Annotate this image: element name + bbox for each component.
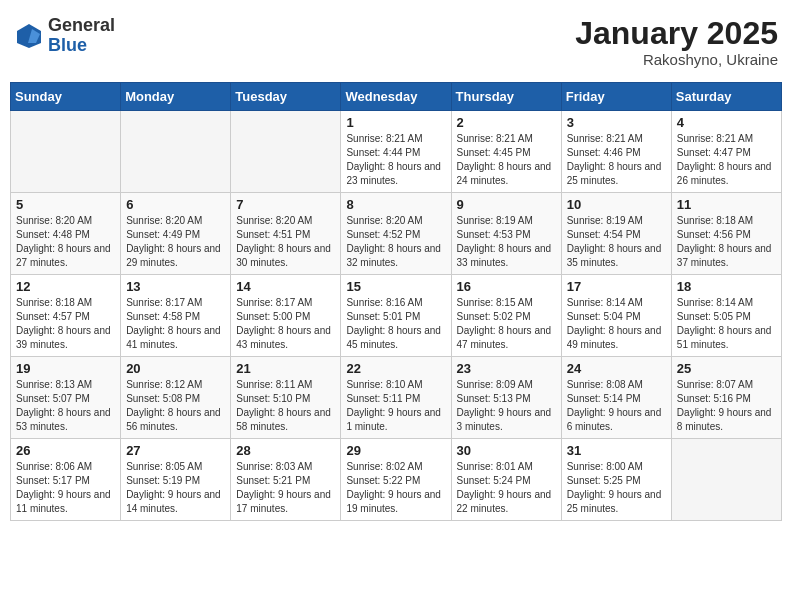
week-row-2: 5Sunrise: 8:20 AM Sunset: 4:48 PM Daylig… bbox=[11, 193, 782, 275]
day-cell: 31Sunrise: 8:00 AM Sunset: 5:25 PM Dayli… bbox=[561, 439, 671, 521]
day-info: Sunrise: 8:10 AM Sunset: 5:11 PM Dayligh… bbox=[346, 378, 445, 434]
weekday-header-wednesday: Wednesday bbox=[341, 83, 451, 111]
day-number: 14 bbox=[236, 279, 335, 294]
day-number: 9 bbox=[457, 197, 556, 212]
day-info: Sunrise: 8:17 AM Sunset: 5:00 PM Dayligh… bbox=[236, 296, 335, 352]
logo-blue-text: Blue bbox=[48, 36, 115, 56]
day-info: Sunrise: 8:15 AM Sunset: 5:02 PM Dayligh… bbox=[457, 296, 556, 352]
day-number: 10 bbox=[567, 197, 666, 212]
day-cell: 27Sunrise: 8:05 AM Sunset: 5:19 PM Dayli… bbox=[121, 439, 231, 521]
day-cell: 3Sunrise: 8:21 AM Sunset: 4:46 PM Daylig… bbox=[561, 111, 671, 193]
day-cell bbox=[11, 111, 121, 193]
day-number: 6 bbox=[126, 197, 225, 212]
day-info: Sunrise: 8:08 AM Sunset: 5:14 PM Dayligh… bbox=[567, 378, 666, 434]
day-cell: 14Sunrise: 8:17 AM Sunset: 5:00 PM Dayli… bbox=[231, 275, 341, 357]
day-cell: 18Sunrise: 8:14 AM Sunset: 5:05 PM Dayli… bbox=[671, 275, 781, 357]
day-number: 1 bbox=[346, 115, 445, 130]
day-cell: 29Sunrise: 8:02 AM Sunset: 5:22 PM Dayli… bbox=[341, 439, 451, 521]
week-row-4: 19Sunrise: 8:13 AM Sunset: 5:07 PM Dayli… bbox=[11, 357, 782, 439]
day-number: 8 bbox=[346, 197, 445, 212]
day-cell: 2Sunrise: 8:21 AM Sunset: 4:45 PM Daylig… bbox=[451, 111, 561, 193]
day-info: Sunrise: 8:11 AM Sunset: 5:10 PM Dayligh… bbox=[236, 378, 335, 434]
day-number: 17 bbox=[567, 279, 666, 294]
day-number: 28 bbox=[236, 443, 335, 458]
day-cell: 24Sunrise: 8:08 AM Sunset: 5:14 PM Dayli… bbox=[561, 357, 671, 439]
day-cell: 13Sunrise: 8:17 AM Sunset: 4:58 PM Dayli… bbox=[121, 275, 231, 357]
weekday-header-friday: Friday bbox=[561, 83, 671, 111]
day-info: Sunrise: 8:05 AM Sunset: 5:19 PM Dayligh… bbox=[126, 460, 225, 516]
day-info: Sunrise: 8:13 AM Sunset: 5:07 PM Dayligh… bbox=[16, 378, 115, 434]
day-info: Sunrise: 8:12 AM Sunset: 5:08 PM Dayligh… bbox=[126, 378, 225, 434]
day-number: 5 bbox=[16, 197, 115, 212]
day-cell: 20Sunrise: 8:12 AM Sunset: 5:08 PM Dayli… bbox=[121, 357, 231, 439]
day-cell: 8Sunrise: 8:20 AM Sunset: 4:52 PM Daylig… bbox=[341, 193, 451, 275]
day-number: 27 bbox=[126, 443, 225, 458]
day-cell bbox=[671, 439, 781, 521]
day-number: 24 bbox=[567, 361, 666, 376]
day-info: Sunrise: 8:16 AM Sunset: 5:01 PM Dayligh… bbox=[346, 296, 445, 352]
week-row-1: 1Sunrise: 8:21 AM Sunset: 4:44 PM Daylig… bbox=[11, 111, 782, 193]
day-number: 26 bbox=[16, 443, 115, 458]
day-info: Sunrise: 8:21 AM Sunset: 4:45 PM Dayligh… bbox=[457, 132, 556, 188]
day-cell: 1Sunrise: 8:21 AM Sunset: 4:44 PM Daylig… bbox=[341, 111, 451, 193]
day-number: 13 bbox=[126, 279, 225, 294]
day-cell: 12Sunrise: 8:18 AM Sunset: 4:57 PM Dayli… bbox=[11, 275, 121, 357]
weekday-header-saturday: Saturday bbox=[671, 83, 781, 111]
logo: General Blue bbox=[14, 16, 115, 56]
day-cell: 7Sunrise: 8:20 AM Sunset: 4:51 PM Daylig… bbox=[231, 193, 341, 275]
day-cell: 22Sunrise: 8:10 AM Sunset: 5:11 PM Dayli… bbox=[341, 357, 451, 439]
day-info: Sunrise: 8:18 AM Sunset: 4:56 PM Dayligh… bbox=[677, 214, 776, 270]
day-info: Sunrise: 8:20 AM Sunset: 4:49 PM Dayligh… bbox=[126, 214, 225, 270]
day-number: 4 bbox=[677, 115, 776, 130]
day-info: Sunrise: 8:20 AM Sunset: 4:52 PM Dayligh… bbox=[346, 214, 445, 270]
weekday-header-row: SundayMondayTuesdayWednesdayThursdayFrid… bbox=[11, 83, 782, 111]
day-number: 22 bbox=[346, 361, 445, 376]
day-info: Sunrise: 8:03 AM Sunset: 5:21 PM Dayligh… bbox=[236, 460, 335, 516]
day-number: 2 bbox=[457, 115, 556, 130]
day-info: Sunrise: 8:21 AM Sunset: 4:47 PM Dayligh… bbox=[677, 132, 776, 188]
day-cell: 5Sunrise: 8:20 AM Sunset: 4:48 PM Daylig… bbox=[11, 193, 121, 275]
day-info: Sunrise: 8:20 AM Sunset: 4:51 PM Dayligh… bbox=[236, 214, 335, 270]
day-info: Sunrise: 8:02 AM Sunset: 5:22 PM Dayligh… bbox=[346, 460, 445, 516]
day-number: 11 bbox=[677, 197, 776, 212]
day-cell: 9Sunrise: 8:19 AM Sunset: 4:53 PM Daylig… bbox=[451, 193, 561, 275]
day-info: Sunrise: 8:18 AM Sunset: 4:57 PM Dayligh… bbox=[16, 296, 115, 352]
day-info: Sunrise: 8:19 AM Sunset: 4:53 PM Dayligh… bbox=[457, 214, 556, 270]
day-info: Sunrise: 8:17 AM Sunset: 4:58 PM Dayligh… bbox=[126, 296, 225, 352]
title-block: January 2025 Rakoshyno, Ukraine bbox=[575, 16, 778, 68]
day-number: 12 bbox=[16, 279, 115, 294]
day-info: Sunrise: 8:19 AM Sunset: 4:54 PM Dayligh… bbox=[567, 214, 666, 270]
day-cell: 16Sunrise: 8:15 AM Sunset: 5:02 PM Dayli… bbox=[451, 275, 561, 357]
day-info: Sunrise: 8:00 AM Sunset: 5:25 PM Dayligh… bbox=[567, 460, 666, 516]
day-cell bbox=[231, 111, 341, 193]
day-info: Sunrise: 8:21 AM Sunset: 4:46 PM Dayligh… bbox=[567, 132, 666, 188]
day-number: 25 bbox=[677, 361, 776, 376]
logo-text: General Blue bbox=[48, 16, 115, 56]
day-number: 20 bbox=[126, 361, 225, 376]
logo-general-text: General bbox=[48, 16, 115, 36]
day-number: 29 bbox=[346, 443, 445, 458]
day-info: Sunrise: 8:14 AM Sunset: 5:04 PM Dayligh… bbox=[567, 296, 666, 352]
day-cell: 30Sunrise: 8:01 AM Sunset: 5:24 PM Dayli… bbox=[451, 439, 561, 521]
day-cell: 4Sunrise: 8:21 AM Sunset: 4:47 PM Daylig… bbox=[671, 111, 781, 193]
day-number: 30 bbox=[457, 443, 556, 458]
day-number: 3 bbox=[567, 115, 666, 130]
day-info: Sunrise: 8:07 AM Sunset: 5:16 PM Dayligh… bbox=[677, 378, 776, 434]
day-info: Sunrise: 8:14 AM Sunset: 5:05 PM Dayligh… bbox=[677, 296, 776, 352]
day-cell: 23Sunrise: 8:09 AM Sunset: 5:13 PM Dayli… bbox=[451, 357, 561, 439]
month-title: January 2025 bbox=[575, 16, 778, 51]
day-cell: 11Sunrise: 8:18 AM Sunset: 4:56 PM Dayli… bbox=[671, 193, 781, 275]
day-number: 7 bbox=[236, 197, 335, 212]
day-cell: 21Sunrise: 8:11 AM Sunset: 5:10 PM Dayli… bbox=[231, 357, 341, 439]
day-info: Sunrise: 8:09 AM Sunset: 5:13 PM Dayligh… bbox=[457, 378, 556, 434]
day-number: 18 bbox=[677, 279, 776, 294]
weekday-header-tuesday: Tuesday bbox=[231, 83, 341, 111]
day-cell: 19Sunrise: 8:13 AM Sunset: 5:07 PM Dayli… bbox=[11, 357, 121, 439]
day-info: Sunrise: 8:01 AM Sunset: 5:24 PM Dayligh… bbox=[457, 460, 556, 516]
day-info: Sunrise: 8:20 AM Sunset: 4:48 PM Dayligh… bbox=[16, 214, 115, 270]
day-cell: 15Sunrise: 8:16 AM Sunset: 5:01 PM Dayli… bbox=[341, 275, 451, 357]
day-cell: 10Sunrise: 8:19 AM Sunset: 4:54 PM Dayli… bbox=[561, 193, 671, 275]
page-header: General Blue January 2025 Rakoshyno, Ukr… bbox=[10, 10, 782, 74]
day-cell: 25Sunrise: 8:07 AM Sunset: 5:16 PM Dayli… bbox=[671, 357, 781, 439]
week-row-5: 26Sunrise: 8:06 AM Sunset: 5:17 PM Dayli… bbox=[11, 439, 782, 521]
